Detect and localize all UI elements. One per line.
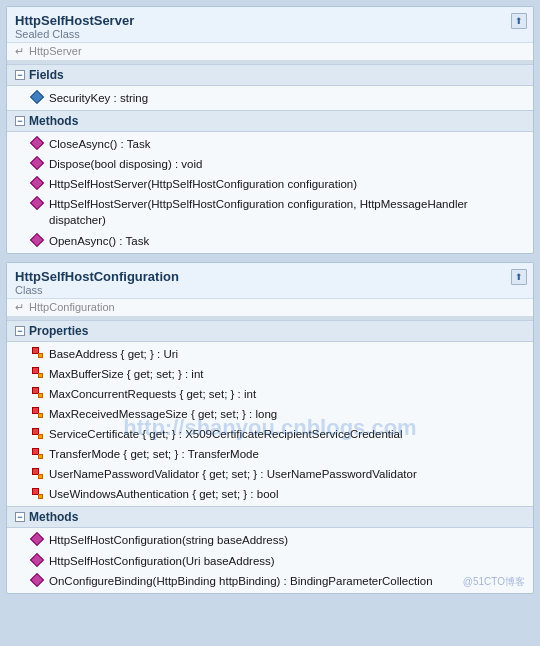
- section-properties-header: − Properties: [7, 320, 533, 342]
- item-text: HttpSelfHostConfiguration(string baseAdd…: [49, 532, 525, 548]
- list-item: ServiceCertificate { get; } : X509Certif…: [7, 424, 533, 444]
- prop-icon: [31, 347, 43, 359]
- field-icon: [31, 91, 43, 103]
- properties-label: Properties: [29, 324, 88, 338]
- list-item: HttpSelfHostConfiguration(Uri baseAddres…: [7, 551, 533, 571]
- item-text: Dispose(bool disposing) : void: [49, 156, 525, 172]
- method-icon: [31, 137, 43, 149]
- list-item: MaxConcurrentRequests { get; set; } : in…: [7, 384, 533, 404]
- card2-inherit: ↵ HttpConfiguration: [7, 299, 533, 316]
- list-item: UserNamePasswordValidator { get; set; } …: [7, 464, 533, 484]
- method-icon: [31, 574, 43, 586]
- list-item: HttpSelfHostServer(HttpSelfHostConfigura…: [7, 174, 533, 194]
- card-httpselfhostserver: HttpSelfHostServer Sealed Class ↵ HttpSe…: [6, 6, 534, 254]
- method-icon: [31, 533, 43, 545]
- method-icon: [31, 234, 43, 246]
- properties-toggle[interactable]: −: [15, 326, 25, 336]
- prop-icon: [31, 407, 43, 419]
- inherit-arrow: ↵: [15, 301, 24, 313]
- list-item: TransferMode { get; set; } : TransferMod…: [7, 444, 533, 464]
- methods2-items: HttpSelfHostConfiguration(string baseAdd…: [7, 528, 533, 592]
- card1-inherit: ↵ HttpServer: [7, 43, 533, 60]
- item-text: MaxBufferSize { get; set; } : int: [49, 366, 525, 382]
- card2-inherit-text: HttpConfiguration: [29, 301, 115, 313]
- item-text: TransferMode { get; set; } : TransferMod…: [49, 446, 525, 462]
- section-properties: − Properties BaseAddress { get; } : Uri …: [7, 320, 533, 507]
- inherit-arrow: ↵: [15, 45, 24, 57]
- prop-icon: [31, 387, 43, 399]
- card1-subtitle: Sealed Class: [15, 28, 505, 40]
- method-icon: [31, 197, 43, 209]
- item-text: OnConfigureBinding(HttpBinding httpBindi…: [49, 573, 525, 589]
- item-text: ServiceCertificate { get; } : X509Certif…: [49, 426, 525, 442]
- section-methods2-header: − Methods: [7, 506, 533, 528]
- list-item: OpenAsync() : Task: [7, 231, 533, 251]
- list-item: BaseAddress { get; } : Uri: [7, 344, 533, 364]
- item-text: UseWindowsAuthentication { get; set; } :…: [49, 486, 525, 502]
- card1-inherit-text: HttpServer: [29, 45, 82, 57]
- fields-label: Fields: [29, 68, 64, 82]
- list-item: Dispose(bool disposing) : void: [7, 154, 533, 174]
- methods-items: CloseAsync() : Task Dispose(bool disposi…: [7, 132, 533, 253]
- section-methods: − Methods CloseAsync() : Task Dispose(bo…: [7, 110, 533, 253]
- section-methods-header: − Methods: [7, 110, 533, 132]
- list-item: HttpSelfHostServer(HttpSelfHostConfigura…: [7, 194, 533, 230]
- card1-collapse-icon[interactable]: ⬆: [511, 13, 527, 29]
- item-text: OpenAsync() : Task: [49, 233, 525, 249]
- item-text: CloseAsync() : Task: [49, 136, 525, 152]
- item-text: MaxConcurrentRequests { get; set; } : in…: [49, 386, 525, 402]
- list-item: MaxBufferSize { get; set; } : int: [7, 364, 533, 384]
- section-fields: − Fields SecurityKey : string: [7, 64, 533, 110]
- item-text: MaxReceivedMessageSize { get; set; } : l…: [49, 406, 525, 422]
- method-icon: [31, 554, 43, 566]
- prop-icon: [31, 487, 43, 499]
- method-icon: [31, 157, 43, 169]
- prop-icon: [31, 367, 43, 379]
- list-item: SecurityKey : string: [7, 88, 533, 108]
- item-text: BaseAddress { get; } : Uri: [49, 346, 525, 362]
- list-item: HttpSelfHostConfiguration(string baseAdd…: [7, 530, 533, 550]
- item-text: SecurityKey : string: [49, 90, 525, 106]
- list-item: MaxReceivedMessageSize { get; set; } : l…: [7, 404, 533, 424]
- fields-items: SecurityKey : string: [7, 86, 533, 110]
- prop-icon: [31, 447, 43, 459]
- card2-collapse-icon[interactable]: ⬆: [511, 269, 527, 285]
- card-httpselfhostconfiguration: HttpSelfHostConfiguration Class ↵ HttpCo…: [6, 262, 534, 594]
- section-methods2: − Methods HttpSelfHostConfiguration(stri…: [7, 506, 533, 592]
- prop-icon: [31, 467, 43, 479]
- properties-items: BaseAddress { get; } : Uri MaxBufferSize…: [7, 342, 533, 507]
- prop-icon: [31, 427, 43, 439]
- methods2-label: Methods: [29, 510, 78, 524]
- card2-subtitle: Class: [15, 284, 505, 296]
- methods2-toggle[interactable]: −: [15, 512, 25, 522]
- fields-toggle[interactable]: −: [15, 70, 25, 80]
- item-text: HttpSelfHostServer(HttpSelfHostConfigura…: [49, 176, 525, 192]
- card2-header: HttpSelfHostConfiguration Class: [7, 263, 533, 299]
- section-fields-header: − Fields: [7, 64, 533, 86]
- card1-title: HttpSelfHostServer: [15, 13, 505, 28]
- item-text: HttpSelfHostConfiguration(Uri baseAddres…: [49, 553, 525, 569]
- list-item: UseWindowsAuthentication { get; set; } :…: [7, 484, 533, 504]
- list-item: CloseAsync() : Task: [7, 134, 533, 154]
- item-text: HttpSelfHostServer(HttpSelfHostConfigura…: [49, 196, 525, 228]
- method-icon: [31, 177, 43, 189]
- item-text: UserNamePasswordValidator { get; set; } …: [49, 466, 525, 482]
- methods-toggle[interactable]: −: [15, 116, 25, 126]
- methods-label: Methods: [29, 114, 78, 128]
- card2-title: HttpSelfHostConfiguration: [15, 269, 505, 284]
- card1-header: HttpSelfHostServer Sealed Class: [7, 7, 533, 43]
- list-item: OnConfigureBinding(HttpBinding httpBindi…: [7, 571, 533, 591]
